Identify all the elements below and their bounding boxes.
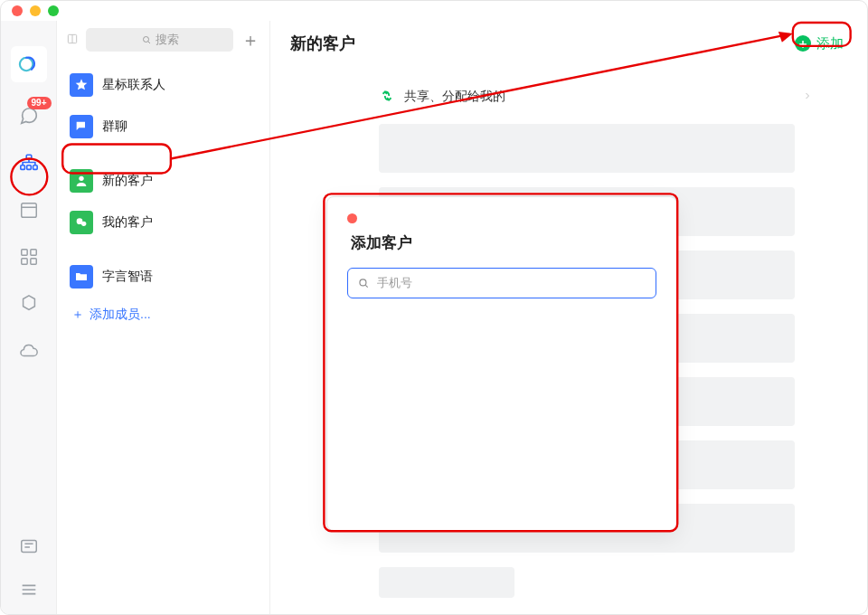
add-customer-button[interactable]: ＋ 添加	[795, 35, 844, 52]
grid-icon	[19, 247, 39, 267]
unread-badge: 99+	[27, 97, 52, 109]
panel-box-icon	[66, 33, 79, 48]
person-icon	[70, 169, 93, 193]
list-item-starred[interactable]: 星标联系人	[57, 64, 269, 106]
svg-point-16	[360, 279, 366, 286]
svg-rect-1	[26, 155, 32, 159]
svg-rect-4	[33, 166, 37, 170]
wechat-icon	[70, 211, 93, 234]
close-window-icon[interactable]	[12, 5, 23, 16]
search-icon	[141, 34, 152, 45]
star-icon	[70, 73, 93, 97]
minimize-window-icon[interactable]	[30, 5, 41, 16]
rail-drive[interactable]	[15, 337, 42, 364]
folder-icon	[70, 265, 93, 289]
app-window: 99+	[0, 0, 868, 615]
add-member-link[interactable]: ＋ 添加成员...	[57, 298, 269, 332]
svg-point-13	[79, 176, 83, 181]
panel-add-button[interactable]: ＋	[241, 32, 260, 48]
modal-close-icon[interactable]	[347, 213, 357, 223]
add-customer-modal: 添加客户 手机号	[326, 196, 677, 531]
list-item-label: 字言智语	[102, 269, 153, 285]
share-icon	[379, 88, 395, 107]
list-item-group-chat[interactable]: 群聊	[57, 106, 269, 147]
phone-input[interactable]: 手机号	[347, 268, 656, 298]
calendar-icon	[19, 200, 39, 220]
add-button-label: 添加	[816, 35, 844, 52]
chevron-right-icon	[802, 90, 813, 104]
cloud-icon	[19, 341, 39, 361]
avatar-logo-icon	[17, 52, 41, 76]
group-icon	[70, 115, 93, 138]
svg-rect-9	[30, 259, 35, 264]
svg-rect-6	[21, 250, 26, 255]
search-row: 搜索 ＋	[57, 21, 269, 59]
share-label: 共享、分配给我的	[404, 89, 505, 105]
rail-menu[interactable]	[15, 576, 42, 603]
svg-rect-10	[21, 541, 36, 553]
svg-rect-3	[26, 166, 31, 170]
avatar[interactable]	[11, 46, 47, 82]
list-item-new-customer[interactable]: 新的客户	[57, 160, 269, 202]
search-placeholder: 搜索	[156, 32, 179, 48]
svg-point-15	[81, 222, 86, 226]
svg-rect-8	[21, 259, 26, 264]
org-icon	[19, 153, 39, 173]
svg-rect-7	[30, 250, 35, 255]
contacts-panel: 搜索 ＋ 星标联系人 群聊	[57, 21, 270, 614]
left-rail: 99+	[1, 21, 57, 614]
add-member-label: 添加成员...	[90, 307, 151, 323]
plus-circle-icon: ＋	[795, 35, 811, 52]
rail-workspace[interactable]	[15, 243, 42, 270]
inbox-icon	[19, 536, 39, 556]
search-icon	[357, 277, 370, 289]
rail-docs[interactable]	[15, 290, 42, 317]
customer-card-placeholder	[379, 124, 795, 173]
titlebar	[1, 1, 867, 21]
page-title: 新的客户	[290, 33, 355, 54]
rail-contacts[interactable]	[15, 149, 42, 176]
list-item-label: 我的客户	[102, 214, 153, 231]
doc-icon	[19, 294, 39, 314]
svg-rect-2	[20, 166, 24, 170]
menu-icon	[19, 580, 39, 600]
list-item-label: 新的客户	[102, 173, 153, 189]
modal-title: 添加客户	[351, 232, 656, 253]
rail-chat[interactable]: 99+	[15, 102, 42, 129]
maximize-window-icon[interactable]	[48, 5, 59, 16]
customer-card-placeholder	[379, 567, 514, 598]
main-header: 新的客户 ＋ 添加	[270, 21, 867, 62]
list-item-label: 群聊	[102, 118, 127, 135]
phone-placeholder: 手机号	[377, 275, 412, 291]
contacts-list: 星标联系人 群聊 新的客户	[57, 59, 269, 337]
list-item-org[interactable]: 字言智语	[57, 256, 269, 298]
svg-rect-5	[21, 203, 36, 218]
svg-point-12	[143, 37, 148, 43]
plus-icon: ＋	[71, 307, 84, 323]
rail-inbox[interactable]	[15, 533, 42, 560]
share-bar[interactable]: 共享、分配给我的	[379, 79, 813, 115]
list-item-label: 星标联系人	[102, 77, 165, 93]
search-input[interactable]: 搜索	[86, 28, 233, 52]
list-item-my-customer[interactable]: 我的客户	[57, 202, 269, 243]
rail-calendar[interactable]	[15, 196, 42, 223]
